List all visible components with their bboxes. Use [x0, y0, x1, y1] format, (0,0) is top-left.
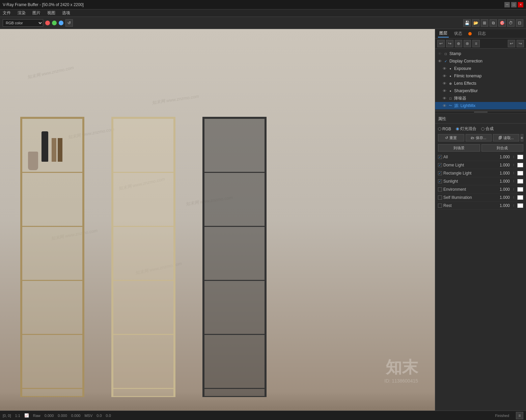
tab-layers[interactable]: 图层 — [438, 30, 449, 37]
lm-spinner-rest[interactable]: ⁝ — [511, 203, 516, 208]
menu-image[interactable]: 图片 — [31, 9, 42, 17]
layer-exposure[interactable]: 👁 ● Exposure — [435, 65, 526, 72]
undo2-button[interactable]: ↩ — [508, 40, 515, 47]
lm-row-all[interactable]: ✓ All 1.000 ⁝ — [437, 153, 525, 161]
status-list-button[interactable]: ≡ — [516, 412, 523, 419]
status-val2: 0.000 — [58, 414, 67, 418]
lm-spinner-all[interactable]: ⁝ — [511, 155, 516, 159]
to-scene-button[interactable]: 到场景 — [438, 144, 480, 152]
lm-spinner-dome[interactable]: ⁝ — [511, 163, 516, 167]
lm-color-sun[interactable] — [517, 179, 523, 184]
menu-options[interactable]: 选项 — [61, 9, 72, 17]
close-button[interactable]: ✕ — [518, 2, 523, 7]
light-mix-table: ✓ All 1.000 ⁝ ✓ Dome Light 1.000 ⁝ ✓ — [435, 153, 526, 210]
channel-select[interactable]: RGB color — [3, 19, 43, 27]
eye-display-correction[interactable]: 👁 — [437, 59, 442, 63]
lm-color-env[interactable] — [517, 187, 523, 192]
radio-composite[interactable]: 合成 — [481, 126, 494, 132]
lm-row-sun[interactable]: ✓ Sunlight 1.000 ⁝ — [437, 177, 525, 185]
reset-label: 重置 — [449, 135, 457, 140]
redo-button[interactable]: ↪ — [446, 40, 453, 47]
lm-spinner-self[interactable]: ⁝ — [511, 195, 516, 200]
tab-log[interactable]: 日志 — [476, 30, 487, 37]
redo2-button[interactable]: ↪ — [517, 40, 524, 47]
menu-view[interactable]: 视图 — [46, 9, 57, 17]
eye-lightmix[interactable]: 👁 — [442, 103, 447, 108]
viewport[interactable]: 知末网 www.znzmo.com 知末网 www.znzmo.com 知末网 … — [0, 29, 435, 411]
lm-color-self[interactable] — [517, 195, 523, 200]
save-label: 保存... — [476, 135, 486, 140]
add-layer-button[interactable]: ⊕ — [455, 40, 462, 47]
lm-spinner-sun[interactable]: ⁝ — [511, 179, 516, 184]
refresh-button[interactable]: ↺ — [65, 19, 73, 27]
lm-color-rest[interactable] — [517, 203, 523, 208]
layer-lens-effects[interactable]: 👁 ⊕ Lens Effects — [435, 80, 526, 87]
to-composite-button[interactable]: 到合成 — [481, 144, 524, 152]
eye-denoise[interactable]: 👁 — [442, 96, 447, 101]
region-button[interactable]: ⊡ — [516, 19, 523, 27]
layer-name-lightmix: 源: LightMix — [454, 103, 524, 109]
lm-check-sun[interactable]: ✓ — [438, 179, 442, 183]
maximize-button[interactable]: □ — [511, 2, 517, 7]
lm-check-rect[interactable]: ✓ — [438, 171, 442, 175]
copy-button[interactable]: ⧉ — [490, 19, 497, 27]
lm-check-self[interactable] — [438, 195, 442, 200]
eye-filmic[interactable]: 👁 — [442, 74, 447, 78]
menu-file[interactable]: 文件 — [1, 9, 12, 17]
undo-button[interactable]: ↩ — [437, 40, 445, 47]
lm-spinner-rect[interactable]: ⁝ — [511, 171, 516, 176]
remove-layer-button[interactable]: ⊗ — [464, 40, 471, 47]
lm-name-all: All — [443, 155, 492, 159]
icon-filmic: ● — [448, 74, 453, 78]
eye-stamp[interactable]: 👁 — [437, 51, 442, 56]
lm-name-dome: Dome Light — [443, 163, 492, 167]
lm-check-dome[interactable]: ✓ — [438, 163, 442, 167]
eye-exposure[interactable]: 👁 — [442, 66, 447, 71]
radio-lightmix-dot — [456, 127, 459, 131]
layer-settings-button[interactable]: ≡ — [472, 40, 480, 47]
layer-filmic[interactable]: 👁 ● Filmic tonemap — [435, 72, 526, 80]
blue-channel-toggle[interactable] — [59, 21, 63, 25]
lm-row-dome[interactable]: ✓ Dome Light 1.000 ⁝ — [437, 161, 525, 169]
lm-spinner-env[interactable]: ⁝ — [511, 187, 516, 192]
eye-lens[interactable]: 👁 — [442, 81, 447, 86]
layer-denoise[interactable]: 👁 □ 降噪器 — [435, 95, 526, 102]
list-button[interactable]: ≡ — [521, 134, 523, 141]
history-button[interactable]: ⏱ — [507, 19, 515, 27]
layer-display-correction[interactable]: 👁 ✓ Display Correction — [435, 57, 526, 65]
layer-sharpen[interactable]: 👁 ● Sharpen/Blur — [435, 87, 526, 95]
status-bar: [0, 0] 1:1 📈 Raw 0.000 0.000 0.000 MSV 0… — [0, 411, 526, 420]
layer-name-exposure: Exposure — [454, 66, 524, 71]
menu-render[interactable]: 渲染 — [16, 9, 27, 17]
lm-color-rect[interactable] — [517, 171, 523, 176]
radio-lightmix[interactable]: 灯光混合 — [456, 126, 476, 132]
open-image-button[interactable]: 📂 — [472, 19, 479, 27]
lm-check-all[interactable]: ✓ — [438, 155, 442, 159]
green-channel-toggle[interactable] — [52, 21, 57, 25]
lm-color-all[interactable] — [517, 155, 523, 159]
save-image-button[interactable]: 💾 — [463, 19, 471, 27]
book-decor2 — [58, 138, 62, 162]
reset-button[interactable]: ↺ 重置 — [438, 134, 464, 141]
track-button[interactable]: 🎯 — [498, 19, 506, 27]
lm-row-rest[interactable]: Rest 1.000 ⁝ — [437, 202, 525, 210]
radio-rgb[interactable]: RGB — [438, 127, 451, 131]
reset-icon: ↺ — [445, 136, 448, 140]
radio-rgb-label: RGB — [442, 127, 451, 131]
lm-row-rect[interactable]: ✓ Rectangle Light 1.000 ⁝ — [437, 169, 525, 177]
save-button[interactable]: 🗁 保存... — [466, 134, 492, 141]
lm-check-rest[interactable] — [438, 204, 442, 208]
lm-check-env[interactable] — [438, 187, 442, 191]
layer-stamp[interactable]: 👁 □ Stamp — [435, 50, 526, 57]
lm-row-self[interactable]: Self Illumination 1.000 ⁝ — [437, 193, 525, 202]
tab-status[interactable]: 状态 — [453, 30, 464, 37]
load-label: 读取... — [503, 135, 514, 140]
layer-lightmix[interactable]: 👁 〜 源: LightMix — [435, 102, 526, 109]
eye-sharpen[interactable]: 👁 — [442, 88, 447, 93]
minimize-button[interactable]: ─ — [504, 2, 510, 7]
red-channel-toggle[interactable] — [45, 21, 50, 25]
lm-color-dome[interactable] — [517, 163, 523, 167]
lm-row-env[interactable]: Environment 1.000 ⁝ — [437, 185, 525, 193]
load-button[interactable]: 🗐 读取... — [493, 134, 519, 141]
compare-button[interactable]: ⊞ — [481, 19, 488, 27]
